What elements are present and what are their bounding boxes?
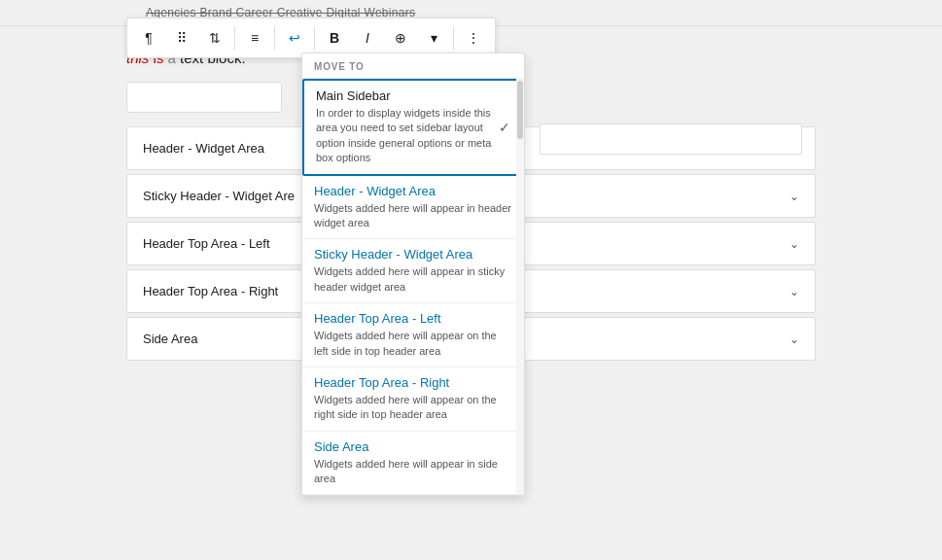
chevron-down-icon: ⌄ [789, 190, 799, 203]
dropdown-item-title: Header Top Area - Right [314, 375, 512, 390]
search-input[interactable] [126, 82, 282, 113]
checkmark-icon: ✓ [499, 120, 510, 135]
link-button[interactable]: ⊕ [385, 22, 416, 53]
dropdown-item-desc: Widgets added here will appear on the le… [314, 329, 512, 359]
drag-button[interactable]: ⠿ [166, 22, 197, 53]
dropdown-item-title: Side Area [314, 439, 512, 454]
dropdown-item-desc: Widgets added here will appear in side a… [314, 457, 512, 487]
dropdown-item-title: Sticky Header - Widget Area [314, 247, 512, 262]
toolbar-divider-1 [234, 26, 235, 50]
right-input-box [540, 123, 802, 155]
dropdown-item-header-top-right[interactable]: Header Top Area - Right Widgets added he… [302, 368, 524, 432]
dropdown-item-title: Header - Widget Area [314, 184, 512, 198]
chevron-down-icon: ⌄ [789, 332, 799, 346]
align-button[interactable]: ≡ [239, 22, 270, 53]
chevron-down-icon: ⌄ [789, 237, 799, 251]
dropdown-item-side-area[interactable]: Side Area Widgets added here will appear… [302, 432, 524, 496]
more-options-button[interactable]: ⋮ [458, 22, 489, 53]
dropdown-item-desc: Widgets added here will appear on the ri… [314, 393, 512, 423]
dropdown-item-header-widget[interactable]: Header - Widget Area Widgets added here … [302, 176, 524, 240]
widget-row-label: Header - Widget Area [143, 141, 264, 156]
paragraph-button[interactable]: ¶ [133, 22, 164, 53]
toolbar-divider-4 [453, 26, 454, 50]
toolbar-divider-3 [314, 26, 315, 50]
widget-row-label: Side Area [143, 332, 197, 346]
undo-button[interactable]: ↩ [279, 22, 310, 53]
dropdown-item-sticky-header[interactable]: Sticky Header - Widget Area Widgets adde… [302, 239, 524, 303]
scrollbar-thumb[interactable] [517, 81, 523, 139]
scrollbar-track[interactable] [516, 79, 524, 495]
dropdown-item-title: Header Top Area - Left [314, 311, 512, 326]
dropdown-item-title: Main Sidebar [316, 88, 510, 103]
italic-button[interactable]: I [352, 22, 383, 53]
dropdown-item-header-top-left[interactable]: Header Top Area - Left Widgets added her… [302, 303, 524, 368]
dropdown-scroll-area[interactable]: Main Sidebar In order to display widgets… [302, 79, 524, 495]
widget-row-label: Sticky Header - Widget Are [143, 189, 295, 203]
bold-button[interactable]: B [319, 22, 350, 53]
dropdown-item-desc: In order to display widgets inside this … [316, 106, 510, 166]
dropdown-header: MOVE TO [302, 53, 524, 79]
chevron-down-icon: ⌄ [789, 285, 799, 298]
dropdown-item-desc: Widgets added here will appear in header… [314, 201, 512, 231]
move-button[interactable]: ⇅ [199, 22, 230, 53]
dropdown-item-main-sidebar[interactable]: Main Sidebar In order to display widgets… [302, 79, 524, 176]
move-to-dropdown: MOVE TO Main Sidebar In order to display… [301, 52, 525, 496]
toolbar-divider-2 [274, 26, 275, 50]
dropdown-item-desc: Widgets added here will appear in sticky… [314, 264, 512, 295]
widget-row-label: Header Top Area - Right [143, 284, 278, 298]
widget-row-label: Header Top Area - Left [143, 236, 270, 251]
more-formats-button[interactable]: ▾ [418, 22, 449, 53]
